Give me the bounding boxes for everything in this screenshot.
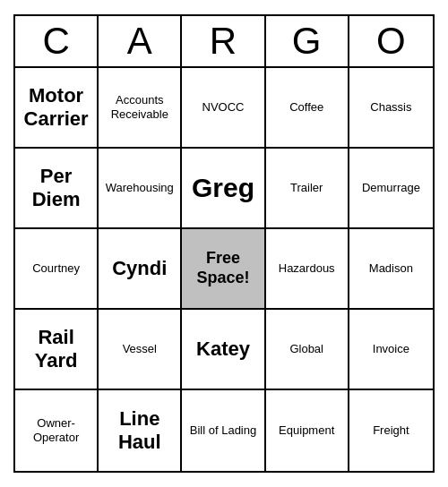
grid-cell: Line Haul: [99, 390, 182, 471]
grid-cell: Equipment: [266, 390, 349, 471]
header-letter: R: [182, 16, 265, 66]
grid-cell: Vessel: [99, 310, 182, 390]
bingo-grid: Motor CarrierAccounts ReceivableNVOCCCof…: [15, 68, 433, 471]
grid-cell: Owner-Operator: [15, 390, 99, 471]
grid-cell: Bill of Lading: [182, 390, 265, 471]
grid-cell: Katey: [182, 310, 265, 390]
grid-cell: Coffee: [266, 68, 349, 149]
bingo-card: CARGO Motor CarrierAccounts ReceivableNV…: [13, 14, 435, 473]
grid-cell: Trailer: [266, 149, 349, 229]
grid-cell: Greg: [182, 149, 265, 229]
header-letter: G: [266, 16, 349, 66]
header-letter: C: [15, 16, 99, 66]
grid-cell: Warehousing: [99, 149, 182, 229]
grid-cell: Madison: [349, 229, 433, 310]
grid-cell: Cyndi: [99, 229, 182, 310]
bingo-header: CARGO: [15, 16, 433, 68]
grid-cell: NVOCC: [182, 68, 265, 149]
grid-cell: Freight: [349, 390, 433, 471]
grid-cell: Courtney: [15, 229, 99, 310]
grid-cell: Chassis: [349, 68, 433, 149]
grid-cell: Rail Yard: [15, 310, 99, 390]
grid-cell: Invoice: [349, 310, 433, 390]
grid-cell: Accounts Receivable: [99, 68, 182, 149]
grid-cell: Hazardous: [266, 229, 349, 310]
grid-cell: Global: [266, 310, 349, 390]
grid-cell: Demurrage: [349, 149, 433, 229]
grid-cell: Per Diem: [15, 149, 99, 229]
header-letter: A: [99, 16, 182, 66]
grid-cell: Motor Carrier: [15, 68, 99, 149]
grid-cell: Free Space!: [182, 229, 265, 310]
header-letter: O: [349, 16, 433, 66]
